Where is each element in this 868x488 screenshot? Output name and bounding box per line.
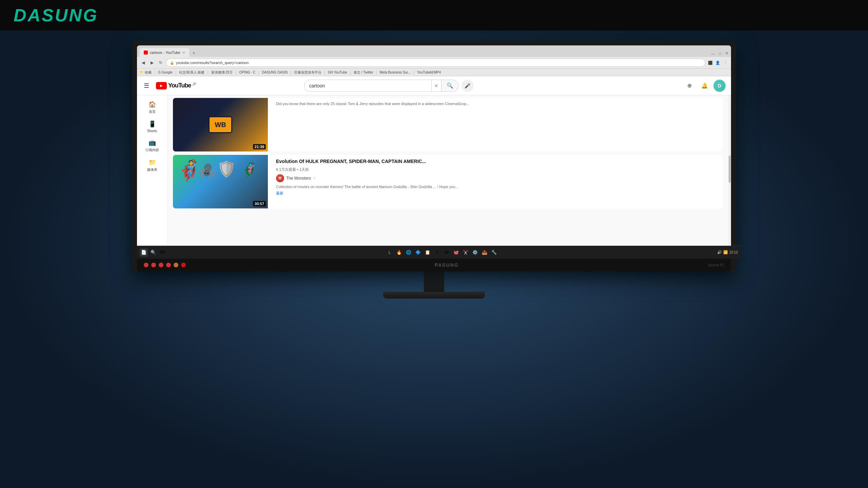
taskbar-app-7[interactable]: 🔷 (414, 248, 422, 257)
youtube-logo-suffix: JP (192, 82, 196, 86)
sidebar-item-subscriptions[interactable]: 📺 订阅内容 (139, 136, 166, 155)
extensions-icon[interactable]: ⬛ (707, 60, 713, 66)
browser-toolbar: ◀ ▶ ↻ 🔒 youtube.com/results?search_query… (137, 57, 731, 69)
close-button[interactable]: ✕ (725, 51, 728, 56)
taskbar-app-13[interactable]: ⚙️ (471, 248, 479, 257)
voice-search-button[interactable]: 🎤 (461, 80, 474, 92)
youtube-logo-icon (156, 82, 167, 89)
taskbar-app-4[interactable]: L (386, 248, 394, 257)
tray-icon-1[interactable]: 🔊 (717, 250, 722, 255)
taskbar-app-6[interactable]: 🌐 (405, 248, 413, 257)
tab-close-icon[interactable]: ✕ (182, 51, 185, 55)
tray-icon-2[interactable]: 📶 (723, 250, 728, 255)
scrollbar-thumb[interactable] (729, 156, 731, 183)
bookmark-weibo[interactable]: 新浪微博·25万 (211, 70, 233, 75)
video-tag-2[interactable]: 最新 (276, 191, 719, 196)
browser-window: cartoon - YouTube ✕ + — □ ✕ ◀ ▶ ↻ � (137, 45, 731, 246)
active-tab[interactable]: cartoon - YouTube ✕ (140, 48, 189, 57)
notifications-button[interactable]: 🔔 (698, 80, 711, 92)
monitor-brand: PASUNG (189, 262, 705, 268)
video-meta-2: 8.1万次观看 • 1天前 (276, 167, 719, 172)
reload-button[interactable]: ↻ (157, 59, 164, 66)
youtube-logo[interactable]: YouTube JP (156, 82, 196, 89)
sidebar-item-home[interactable]: 🏠 首页 (139, 98, 166, 117)
sidebar-item-library[interactable]: 📁 媒体库 (139, 156, 166, 175)
channel-name-2[interactable]: The Monsters (286, 176, 311, 181)
create-button[interactable]: ⊕ (684, 80, 696, 92)
taskbar-app-15[interactable]: 🔧 (490, 248, 498, 257)
taskbar-app-3[interactable]: RF (159, 248, 167, 257)
user-avatar[interactable]: D (713, 80, 726, 92)
sidebar-item-shorts[interactable]: 📱 Shorts (139, 118, 166, 136)
main-content: 🏠 首页 📱 Shorts 📺 订阅内容 📁 (137, 95, 731, 246)
forward-button[interactable]: ▶ (149, 59, 155, 66)
channel-avatar-2[interactable]: M (276, 174, 284, 182)
bookmark-google[interactable]: G Google (158, 70, 173, 74)
taskbar-app-14[interactable]: 📤 (480, 248, 489, 257)
video-thumb-1[interactable]: WB 21:38 (173, 98, 268, 151)
video-thumb-2[interactable]: 🦸 🕷️ 🛡️ 🦸 30:57 (173, 155, 268, 208)
taskbar-app-12[interactable]: ✂️ (461, 248, 470, 257)
wb-logo: WB (209, 116, 232, 133)
library-icon: 📁 (149, 159, 156, 166)
bookmark-dasung[interactable]: DASUNG OASIS (262, 70, 288, 74)
monitor-dot-1 (144, 263, 149, 267)
maximize-button[interactable]: □ (719, 52, 721, 56)
address-bar[interactable]: 🔒 youtube.com/results?search_query=carto… (166, 59, 705, 67)
taskbar-app-8[interactable]: 📋 (423, 248, 432, 257)
bookmark-oping[interactable]: OPING · C (239, 70, 256, 74)
minimize-button[interactable]: — (711, 52, 715, 56)
taskbar: 📄 🔍 RF L 🔥 🌐 🔷 📋 ✓ W 🐙 ✂️ ⚙️ 📤 🔧 🔊 📶 22:… (137, 246, 741, 259)
monitor-dot-2 (151, 263, 156, 267)
sidebar: 🏠 首页 📱 Shorts 📺 订阅内容 📁 (137, 95, 167, 246)
channel-verified-icon: ✓ (313, 176, 316, 180)
video-duration-1: 21:38 (253, 144, 266, 149)
new-tab-button[interactable]: + (190, 49, 198, 57)
scrollbar-track[interactable] (728, 95, 731, 246)
taskbar-app-9[interactable]: ✓ (433, 248, 441, 257)
bookmark-meta[interactable]: Meta Business Sui... (380, 70, 411, 74)
menu-button[interactable]: ☰ (142, 81, 151, 91)
video-duration-2: 30:57 (253, 201, 266, 206)
taskbar-app-2[interactable]: 🔍 (149, 248, 157, 257)
tab-favicon (144, 50, 148, 55)
taskbar-app-5[interactable]: 🔥 (395, 248, 403, 257)
monitor-dot-4 (166, 263, 171, 267)
youtube-page: ☰ YouTube JP ✕ 🔍 🎤 ⊕ 🔔 (137, 76, 731, 246)
video-time-2: 1天前 (299, 167, 309, 171)
search-submit-button[interactable]: 🔍 (441, 80, 459, 92)
youtube-header: ☰ YouTube JP ✕ 🔍 🎤 ⊕ 🔔 (137, 76, 731, 95)
video-title-2[interactable]: Evolution Of HULK PREGNANT, SPIDER-MAN, … (276, 158, 719, 165)
settings-icon[interactable]: ⋮ (722, 60, 728, 66)
address-text: youtube.com/results?search_query=cartoon (176, 61, 249, 65)
search-input[interactable] (304, 80, 431, 92)
bookmark-ytmp4[interactable]: YouTube转MP4 (417, 70, 441, 75)
bookmarks-bar: 📁 收藏 | G Google | 社交/联系人·新建 | 新浪微博·25万 |… (137, 69, 731, 76)
system-clock: 22:12 (729, 250, 738, 254)
system-tray: 🔊 📶 22:12 (717, 250, 738, 255)
browser-tabs: cartoon - YouTube ✕ + — □ ✕ (140, 47, 728, 57)
search-clear-button[interactable]: ✕ (431, 80, 441, 92)
bookmark-ghyt[interactable]: GH YouTube (328, 70, 347, 74)
shorts-icon: 📱 (149, 120, 156, 128)
bookmark-juliangchuangyi[interactable]: 巨量创意发布平台 (294, 70, 321, 75)
bookmark-twitter[interactable]: 推文 / Twitter (354, 70, 373, 75)
tab-label: cartoon - YouTube (150, 50, 180, 55)
taskbar-app-1[interactable]: 📄 (140, 248, 148, 257)
taskbar-app-10[interactable]: W (442, 248, 451, 257)
bookmark-social[interactable]: 社交/联系人·新建 (179, 70, 205, 75)
monitor-dot-3 (159, 263, 163, 267)
video-info-1: Did you know that there are only 25 clas… (272, 98, 723, 151)
shorts-label: Shorts (147, 129, 157, 133)
monitor-model: Yputme R1 (708, 263, 724, 267)
video-description-1: Did you know that there are only 25 clas… (276, 101, 719, 106)
back-button[interactable]: ◀ (140, 59, 146, 66)
monitor-dot-6[interactable] (181, 263, 186, 267)
profile-icon[interactable]: 👤 (715, 60, 721, 66)
channel-info-2: M The Monsters ✓ (276, 174, 719, 182)
taskbar-app-11[interactable]: 🐙 (452, 248, 460, 257)
monitor-neck (424, 271, 444, 292)
video-views-2: 8.1万次观看 (276, 167, 296, 171)
search-bar: ✕ 🔍 🎤 (304, 80, 474, 92)
bookmark-collection[interactable]: 📁 收藏 (140, 70, 152, 75)
